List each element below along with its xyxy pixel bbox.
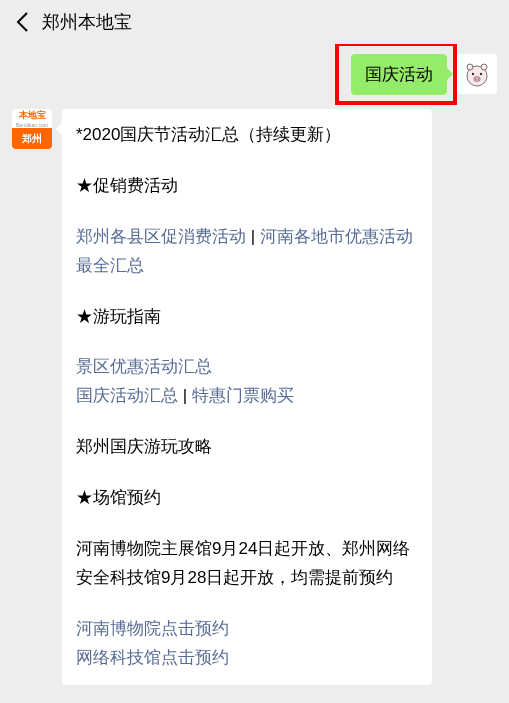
received-bubble[interactable]: *2020国庆节活动汇总（持续更新） ★促销费活动 郑州各县区促消费活动 | 河… <box>62 109 432 685</box>
svg-point-4 <box>480 73 482 75</box>
chat-title: 郑州本地宝 <box>42 10 132 34</box>
svg-point-7 <box>478 78 479 79</box>
separator: | <box>178 386 192 405</box>
avatar-brand-name: 本地宝 <box>12 109 52 123</box>
section-head-promo: ★促销费活动 <box>76 172 418 201</box>
link-national-events[interactable]: 国庆活动汇总 <box>76 386 178 405</box>
back-button[interactable] <box>8 8 36 36</box>
svg-point-5 <box>474 77 480 82</box>
svg-point-1 <box>467 64 473 70</box>
avatar-city: 郑州 <box>12 128 52 149</box>
chat-area: 国庆活动 本地宝 Bendibao.com 郑州 *2020国庆节活动汇总（持续… <box>0 44 509 703</box>
svg-point-2 <box>481 64 487 70</box>
section-head-guide: ★游玩指南 <box>76 303 418 332</box>
sent-bubble-wrap: 国庆活动 <box>351 54 447 95</box>
svg-point-6 <box>475 78 476 79</box>
sender-avatar[interactable] <box>457 54 497 94</box>
separator: | <box>246 227 260 246</box>
sent-message-row: 国庆活动 <box>12 54 497 95</box>
link-scenic-promo[interactable]: 景区优惠活动汇总 <box>76 357 212 376</box>
received-message-row: 本地宝 Bendibao.com 郑州 *2020国庆节活动汇总（持续更新） ★… <box>12 109 497 685</box>
pig-avatar-icon <box>462 59 492 89</box>
chevron-left-icon <box>15 11 29 33</box>
section-head-venue: ★场馆预约 <box>76 484 418 513</box>
link-techmuseum-reserve[interactable]: 网络科技馆点击预约 <box>76 648 229 667</box>
sent-bubble[interactable]: 国庆活动 <box>351 54 447 95</box>
msg-title: *2020国庆节活动汇总（持续更新） <box>76 121 418 150</box>
receiver-avatar[interactable]: 本地宝 Bendibao.com 郑州 <box>12 109 52 149</box>
svg-point-3 <box>472 73 474 75</box>
link-museum-reserve[interactable]: 河南博物院点击预约 <box>76 619 229 638</box>
link-county-promo[interactable]: 郑州各县区促消费活动 <box>76 227 246 246</box>
chat-header: 郑州本地宝 <box>0 0 509 44</box>
link-ticket-buy[interactable]: 特惠门票购买 <box>192 386 294 405</box>
text-guide: 郑州国庆游玩攻略 <box>76 433 418 462</box>
text-venue-info: 河南博物院主展馆9月24日起开放、郑州网络安全科技馆9月28日起开放，均需提前预… <box>76 535 418 593</box>
